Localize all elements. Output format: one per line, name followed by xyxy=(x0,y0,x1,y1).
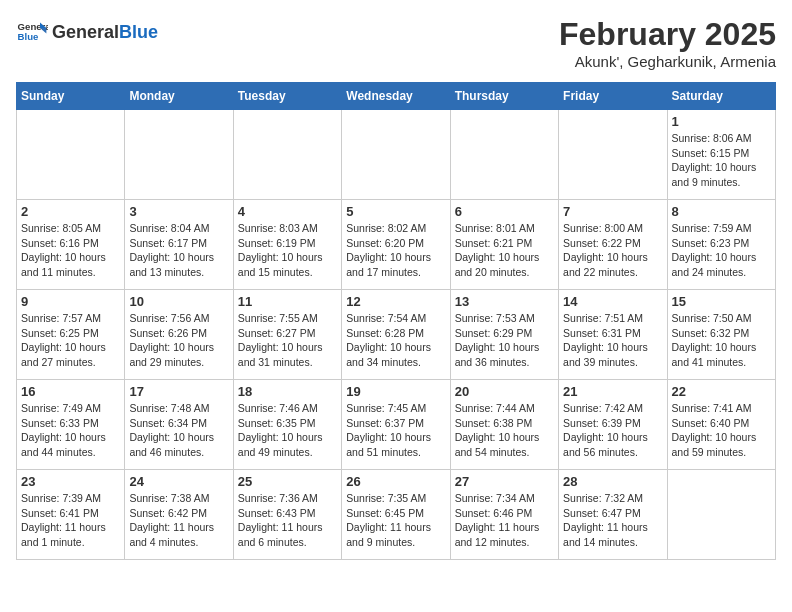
column-header-tuesday: Tuesday xyxy=(233,83,341,110)
day-number: 1 xyxy=(672,114,771,129)
calendar-cell: 10Sunrise: 7:56 AM Sunset: 6:26 PM Dayli… xyxy=(125,290,233,380)
calendar-cell: 3Sunrise: 8:04 AM Sunset: 6:17 PM Daylig… xyxy=(125,200,233,290)
column-header-thursday: Thursday xyxy=(450,83,558,110)
calendar-cell: 27Sunrise: 7:34 AM Sunset: 6:46 PM Dayli… xyxy=(450,470,558,560)
calendar-cell xyxy=(559,110,667,200)
calendar-cell: 11Sunrise: 7:55 AM Sunset: 6:27 PM Dayli… xyxy=(233,290,341,380)
day-detail: Sunrise: 7:45 AM Sunset: 6:37 PM Dayligh… xyxy=(346,401,445,460)
day-number: 5 xyxy=(346,204,445,219)
day-detail: Sunrise: 7:39 AM Sunset: 6:41 PM Dayligh… xyxy=(21,491,120,550)
day-number: 24 xyxy=(129,474,228,489)
calendar-cell: 19Sunrise: 7:45 AM Sunset: 6:37 PM Dayli… xyxy=(342,380,450,470)
day-detail: Sunrise: 7:42 AM Sunset: 6:39 PM Dayligh… xyxy=(563,401,662,460)
day-number: 21 xyxy=(563,384,662,399)
logo-icon: General Blue xyxy=(16,16,48,48)
column-header-wednesday: Wednesday xyxy=(342,83,450,110)
day-detail: Sunrise: 7:49 AM Sunset: 6:33 PM Dayligh… xyxy=(21,401,120,460)
column-header-saturday: Saturday xyxy=(667,83,775,110)
calendar-body: 1Sunrise: 8:06 AM Sunset: 6:15 PM Daylig… xyxy=(17,110,776,560)
day-detail: Sunrise: 8:06 AM Sunset: 6:15 PM Dayligh… xyxy=(672,131,771,190)
calendar-cell: 23Sunrise: 7:39 AM Sunset: 6:41 PM Dayli… xyxy=(17,470,125,560)
calendar-cell: 22Sunrise: 7:41 AM Sunset: 6:40 PM Dayli… xyxy=(667,380,775,470)
calendar-cell: 9Sunrise: 7:57 AM Sunset: 6:25 PM Daylig… xyxy=(17,290,125,380)
calendar-cell: 6Sunrise: 8:01 AM Sunset: 6:21 PM Daylig… xyxy=(450,200,558,290)
day-number: 25 xyxy=(238,474,337,489)
day-detail: Sunrise: 7:48 AM Sunset: 6:34 PM Dayligh… xyxy=(129,401,228,460)
calendar-cell: 12Sunrise: 7:54 AM Sunset: 6:28 PM Dayli… xyxy=(342,290,450,380)
day-detail: Sunrise: 7:54 AM Sunset: 6:28 PM Dayligh… xyxy=(346,311,445,370)
day-number: 16 xyxy=(21,384,120,399)
column-header-monday: Monday xyxy=(125,83,233,110)
day-number: 10 xyxy=(129,294,228,309)
calendar-cell: 7Sunrise: 8:00 AM Sunset: 6:22 PM Daylig… xyxy=(559,200,667,290)
day-detail: Sunrise: 7:57 AM Sunset: 6:25 PM Dayligh… xyxy=(21,311,120,370)
logo-blue-text: Blue xyxy=(119,22,158,42)
calendar-cell: 8Sunrise: 7:59 AM Sunset: 6:23 PM Daylig… xyxy=(667,200,775,290)
day-number: 4 xyxy=(238,204,337,219)
day-number: 3 xyxy=(129,204,228,219)
day-detail: Sunrise: 7:34 AM Sunset: 6:46 PM Dayligh… xyxy=(455,491,554,550)
calendar-cell: 2Sunrise: 8:05 AM Sunset: 6:16 PM Daylig… xyxy=(17,200,125,290)
day-number: 6 xyxy=(455,204,554,219)
calendar-cell: 24Sunrise: 7:38 AM Sunset: 6:42 PM Dayli… xyxy=(125,470,233,560)
day-detail: Sunrise: 8:02 AM Sunset: 6:20 PM Dayligh… xyxy=(346,221,445,280)
calendar-cell: 16Sunrise: 7:49 AM Sunset: 6:33 PM Dayli… xyxy=(17,380,125,470)
day-detail: Sunrise: 8:01 AM Sunset: 6:21 PM Dayligh… xyxy=(455,221,554,280)
day-number: 9 xyxy=(21,294,120,309)
day-number: 22 xyxy=(672,384,771,399)
day-detail: Sunrise: 7:59 AM Sunset: 6:23 PM Dayligh… xyxy=(672,221,771,280)
calendar-week-2: 2Sunrise: 8:05 AM Sunset: 6:16 PM Daylig… xyxy=(17,200,776,290)
calendar-header: SundayMondayTuesdayWednesdayThursdayFrid… xyxy=(17,83,776,110)
calendar-week-5: 23Sunrise: 7:39 AM Sunset: 6:41 PM Dayli… xyxy=(17,470,776,560)
day-number: 8 xyxy=(672,204,771,219)
calendar-cell xyxy=(342,110,450,200)
column-header-friday: Friday xyxy=(559,83,667,110)
day-detail: Sunrise: 7:32 AM Sunset: 6:47 PM Dayligh… xyxy=(563,491,662,550)
day-detail: Sunrise: 7:46 AM Sunset: 6:35 PM Dayligh… xyxy=(238,401,337,460)
calendar-week-3: 9Sunrise: 7:57 AM Sunset: 6:25 PM Daylig… xyxy=(17,290,776,380)
calendar-cell xyxy=(667,470,775,560)
calendar-cell: 26Sunrise: 7:35 AM Sunset: 6:45 PM Dayli… xyxy=(342,470,450,560)
day-number: 12 xyxy=(346,294,445,309)
calendar-cell: 21Sunrise: 7:42 AM Sunset: 6:39 PM Dayli… xyxy=(559,380,667,470)
calendar-week-1: 1Sunrise: 8:06 AM Sunset: 6:15 PM Daylig… xyxy=(17,110,776,200)
calendar-cell: 18Sunrise: 7:46 AM Sunset: 6:35 PM Dayli… xyxy=(233,380,341,470)
day-detail: Sunrise: 7:55 AM Sunset: 6:27 PM Dayligh… xyxy=(238,311,337,370)
day-number: 2 xyxy=(21,204,120,219)
day-detail: Sunrise: 7:50 AM Sunset: 6:32 PM Dayligh… xyxy=(672,311,771,370)
calendar-cell: 15Sunrise: 7:50 AM Sunset: 6:32 PM Dayli… xyxy=(667,290,775,380)
day-detail: Sunrise: 7:44 AM Sunset: 6:38 PM Dayligh… xyxy=(455,401,554,460)
day-number: 19 xyxy=(346,384,445,399)
day-number: 14 xyxy=(563,294,662,309)
day-detail: Sunrise: 8:04 AM Sunset: 6:17 PM Dayligh… xyxy=(129,221,228,280)
logo: General Blue GeneralBlue xyxy=(16,16,158,48)
calendar-table: SundayMondayTuesdayWednesdayThursdayFrid… xyxy=(16,82,776,560)
day-number: 26 xyxy=(346,474,445,489)
day-number: 13 xyxy=(455,294,554,309)
day-detail: Sunrise: 7:35 AM Sunset: 6:45 PM Dayligh… xyxy=(346,491,445,550)
calendar-cell: 17Sunrise: 7:48 AM Sunset: 6:34 PM Dayli… xyxy=(125,380,233,470)
day-detail: Sunrise: 7:41 AM Sunset: 6:40 PM Dayligh… xyxy=(672,401,771,460)
day-detail: Sunrise: 7:53 AM Sunset: 6:29 PM Dayligh… xyxy=(455,311,554,370)
calendar-week-4: 16Sunrise: 7:49 AM Sunset: 6:33 PM Dayli… xyxy=(17,380,776,470)
calendar-cell: 5Sunrise: 8:02 AM Sunset: 6:20 PM Daylig… xyxy=(342,200,450,290)
calendar-cell: 25Sunrise: 7:36 AM Sunset: 6:43 PM Dayli… xyxy=(233,470,341,560)
calendar-cell: 4Sunrise: 8:03 AM Sunset: 6:19 PM Daylig… xyxy=(233,200,341,290)
calendar-cell: 1Sunrise: 8:06 AM Sunset: 6:15 PM Daylig… xyxy=(667,110,775,200)
header-row: SundayMondayTuesdayWednesdayThursdayFrid… xyxy=(17,83,776,110)
day-number: 27 xyxy=(455,474,554,489)
day-number: 15 xyxy=(672,294,771,309)
column-header-sunday: Sunday xyxy=(17,83,125,110)
calendar-cell: 20Sunrise: 7:44 AM Sunset: 6:38 PM Dayli… xyxy=(450,380,558,470)
day-number: 7 xyxy=(563,204,662,219)
calendar-title: February 2025 xyxy=(559,16,776,53)
day-number: 20 xyxy=(455,384,554,399)
day-detail: Sunrise: 7:36 AM Sunset: 6:43 PM Dayligh… xyxy=(238,491,337,550)
day-number: 23 xyxy=(21,474,120,489)
day-detail: Sunrise: 7:51 AM Sunset: 6:31 PM Dayligh… xyxy=(563,311,662,370)
day-number: 18 xyxy=(238,384,337,399)
calendar-cell xyxy=(125,110,233,200)
calendar-subtitle: Akunk', Gegharkunik, Armenia xyxy=(559,53,776,70)
calendar-cell: 14Sunrise: 7:51 AM Sunset: 6:31 PM Dayli… xyxy=(559,290,667,380)
calendar-cell: 13Sunrise: 7:53 AM Sunset: 6:29 PM Dayli… xyxy=(450,290,558,380)
